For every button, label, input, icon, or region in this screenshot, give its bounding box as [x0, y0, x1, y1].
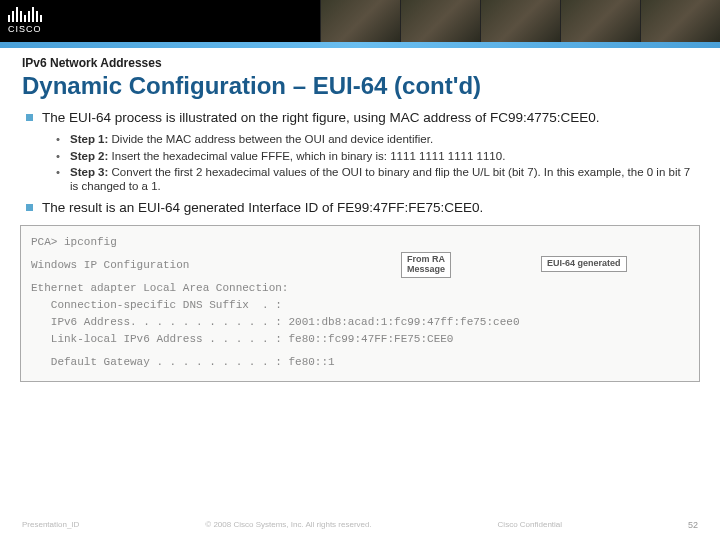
footer: Presentation_ID © 2008 Cisco Systems, In…	[0, 520, 720, 530]
callout-ra-message: From RA Message	[401, 252, 451, 278]
bullet-item: The EUI-64 process is illustrated on the…	[26, 110, 698, 127]
footer-copyright: © 2008 Cisco Systems, Inc. All rights re…	[205, 520, 371, 530]
bullet-list: The EUI-64 process is illustrated on the…	[22, 110, 698, 127]
step-text: Insert the hexadecimal value FFFE, which…	[108, 150, 505, 162]
logo-text: CISCO	[8, 24, 42, 34]
step-label: Step 1:	[70, 133, 108, 145]
terminal-line: Connection-specific DNS Suffix . :	[31, 297, 689, 314]
terminal-line: Link-local IPv6 Address . . . . . : fe80…	[31, 331, 689, 348]
step-text: Convert the first 2 hexadecimal values o…	[70, 166, 690, 192]
header-photo-strip	[320, 0, 720, 42]
step-item: Step 3: Convert the first 2 hexadecimal …	[56, 166, 698, 194]
bullet-item: The result is an EUI-64 generated Interf…	[26, 200, 698, 217]
slide-title: Dynamic Configuration – EUI-64 (cont'd)	[22, 72, 698, 100]
step-item: Step 1: Divide the MAC address between t…	[56, 133, 698, 147]
logo-bars-icon	[8, 4, 42, 22]
terminal-line: PCA> ipconfig	[31, 234, 689, 251]
cisco-logo: CISCO	[8, 4, 42, 34]
step-label: Step 2:	[70, 150, 108, 162]
terminal-line: Default Gateway . . . . . . . . . : fe80…	[31, 354, 689, 371]
step-label: Step 3:	[70, 166, 108, 178]
page-number: 52	[688, 520, 698, 530]
slide-content: IPv6 Network Addresses Dynamic Configura…	[0, 48, 720, 217]
callout-eui64: EUI-64 generated	[541, 256, 627, 272]
footer-presentation-id: Presentation_ID	[22, 520, 79, 530]
step-list: Step 1: Divide the MAC address between t…	[22, 133, 698, 194]
header-bar: CISCO	[0, 0, 720, 42]
terminal-line: IPv6 Address. . . . . . . . . . . : 2001…	[31, 314, 689, 331]
terminal-line: Ethernet adapter Local Area Connection:	[31, 280, 689, 297]
terminal-output: PCA> ipconfig Windows IP Configuration E…	[20, 225, 700, 382]
bullet-list: The result is an EUI-64 generated Interf…	[22, 200, 698, 217]
step-text: Divide the MAC address between the OUI a…	[108, 133, 433, 145]
footer-confidential: Cisco Confidential	[498, 520, 562, 530]
step-item: Step 2: Insert the hexadecimal value FFF…	[56, 150, 698, 164]
slide-kicker: IPv6 Network Addresses	[22, 56, 698, 70]
